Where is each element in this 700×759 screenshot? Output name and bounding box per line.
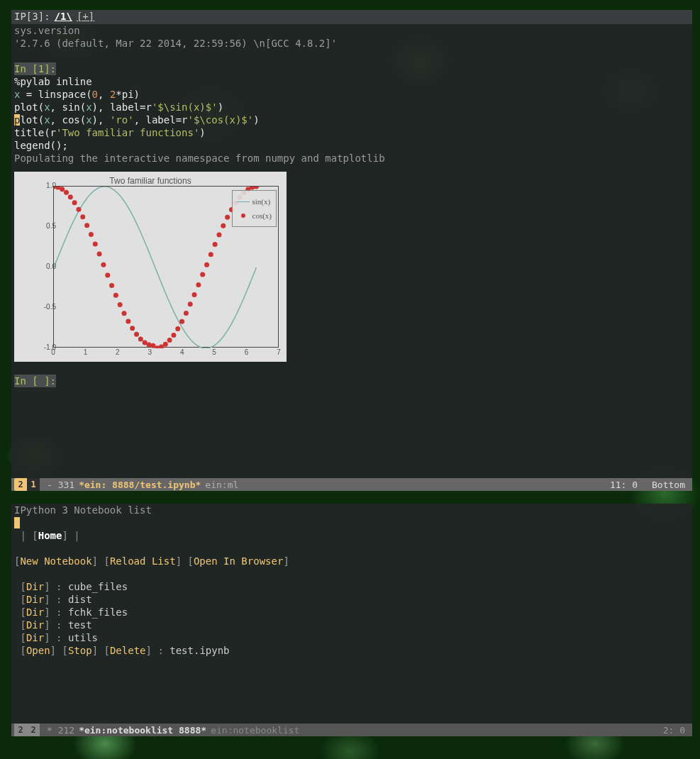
- y-tick: 0.5: [46, 220, 56, 233]
- file-row: [Open] [Stop] [Delete] : test.ipynb: [14, 644, 689, 657]
- svg-point-9: [89, 232, 94, 237]
- svg-point-38: [209, 252, 213, 257]
- svg-point-13: [105, 272, 110, 277]
- nblist-actions: [New Notebook] [Reload List] [Open In Br…: [14, 555, 689, 567]
- dir-link[interactable]: Dir: [26, 632, 44, 643]
- code-area[interactable]: sys.version '2.7.6 (default, Mar 22 2014…: [11, 24, 692, 400]
- x-tick: 5: [212, 346, 216, 359]
- svg-point-10: [93, 242, 98, 247]
- svg-point-35: [196, 282, 201, 287]
- svg-point-11: [97, 251, 102, 256]
- svg-point-21: [138, 336, 143, 341]
- svg-point-34: [192, 292, 197, 297]
- x-tick: 4: [180, 346, 184, 359]
- dir-row: [Dir] : fchk_files: [14, 606, 689, 619]
- x-tick: 1: [84, 346, 88, 359]
- x-tick: 3: [148, 346, 152, 359]
- svg-point-29: [171, 333, 176, 338]
- chart-legend: sin(x) cos(x): [232, 190, 277, 227]
- buffer-position: Bottom: [652, 480, 685, 490]
- svg-point-15: [113, 293, 118, 298]
- code-line: x = linspace(0, 2*pi): [14, 88, 689, 101]
- svg-point-27: [163, 342, 168, 347]
- prev-output-2: '2.7.6 (default, Mar 22 2014, 22:59:56) …: [14, 37, 689, 50]
- svg-point-14: [109, 283, 114, 288]
- tab-prefix: IP[3]:: [14, 11, 50, 23]
- dir-row: [Dir] : test: [14, 619, 689, 631]
- line-col-2: 2: 0: [663, 725, 685, 736]
- x-tick: 7: [277, 346, 281, 359]
- badge-window-2b: 2: [14, 724, 27, 736]
- home-link[interactable]: Home: [38, 530, 62, 541]
- svg-point-4: [68, 194, 73, 199]
- legend-cos: cos(x): [252, 209, 272, 222]
- modeline-prefix-2: * 212: [43, 725, 79, 736]
- notebook-list-area[interactable]: IPython 3 Notebook list | [Home] | [New …: [11, 504, 692, 657]
- svg-point-42: [225, 215, 230, 220]
- svg-point-8: [84, 223, 89, 228]
- cell-output: Populating the interactive namespace fro…: [14, 152, 689, 165]
- file-name: test.ipynb: [170, 645, 229, 656]
- open-in-browser-button[interactable]: Open In Browser: [194, 555, 283, 567]
- dir-link[interactable]: Dir: [26, 619, 44, 631]
- prev-output-1: sys.version: [14, 24, 689, 37]
- svg-point-5: [72, 200, 77, 205]
- new-notebook-button[interactable]: New Notebook: [20, 555, 91, 567]
- svg-point-19: [130, 326, 135, 331]
- dir-row: [Dir] : utils: [14, 631, 689, 644]
- svg-point-32: [184, 311, 189, 316]
- svg-point-33: [188, 301, 193, 306]
- svg-point-31: [179, 319, 184, 324]
- svg-point-36: [200, 272, 205, 277]
- x-tick: 6: [245, 346, 249, 359]
- code-line: legend();: [14, 139, 689, 152]
- svg-point-30: [175, 326, 180, 331]
- x-tick: 0: [51, 346, 55, 359]
- stop-file-button[interactable]: Stop: [68, 645, 92, 656]
- dir-row: [Dir] : dist: [14, 593, 689, 606]
- reload-list-button[interactable]: Reload List: [110, 555, 176, 567]
- svg-point-40: [216, 233, 221, 238]
- code-line-cursor: plot(x, cos(x), 'ro', label=r'$\cos(x)$'…: [14, 113, 689, 126]
- svg-point-3: [64, 190, 69, 195]
- notebook-list-pane: IPython 3 Notebook list | [Home] | [New …: [11, 504, 692, 736]
- delete-file-button[interactable]: Delete: [110, 645, 146, 656]
- dir-link[interactable]: Dir: [26, 594, 44, 605]
- svg-point-12: [101, 262, 106, 267]
- svg-point-28: [167, 338, 172, 343]
- text-cursor-2: [14, 517, 20, 528]
- dir-row: [Dir] : cube_files: [14, 580, 689, 593]
- dir-link[interactable]: Dir: [26, 581, 44, 592]
- svg-point-49: [254, 187, 259, 189]
- buffer-name-2: *ein:notebooklist 8888*: [79, 725, 206, 736]
- modeline-bottom: 2 2 * 212 *ein:notebooklist 8888* ein:no…: [11, 724, 692, 736]
- tab-active[interactable]: /1\: [55, 11, 72, 23]
- cell-prompt-empty: In [ ]:: [14, 375, 56, 387]
- svg-point-18: [126, 319, 130, 324]
- tab-add[interactable]: [+]: [77, 11, 94, 23]
- svg-point-17: [122, 311, 127, 316]
- legend-sin: sin(x): [252, 195, 271, 208]
- modeline-top: 2 1 - 331 *ein: 8888/test.ipynb* ein:ml …: [11, 478, 692, 491]
- y-tick: -0.5: [44, 301, 56, 314]
- code-line: plot(x, sin(x), label=r'$\sin(x)$'): [14, 101, 689, 113]
- svg-point-20: [134, 332, 139, 337]
- badge-window-2: 2: [14, 478, 27, 491]
- tab-bar: IP[3]: /1\ [+]: [11, 10, 692, 24]
- code-line: title(r'Two familiar functions'): [14, 126, 689, 139]
- notebook-pane: IP[3]: /1\ [+] sys.version '2.7.6 (defau…: [11, 10, 692, 491]
- mode-name: ein:ml: [201, 480, 243, 490]
- nblist-header: IPython 3 Notebook list: [14, 504, 689, 516]
- matplotlib-chart: Two familiar functions -1.0-0.50.00.51.0…: [14, 172, 287, 362]
- svg-point-26: [159, 344, 164, 348]
- open-file-button[interactable]: Open: [26, 645, 50, 656]
- y-tick: 1.0: [46, 179, 56, 192]
- svg-point-6: [76, 207, 81, 212]
- badge-window-1: 1: [27, 478, 40, 491]
- modeline-prefix: - 331: [43, 480, 79, 490]
- svg-point-2: [60, 187, 65, 192]
- dir-link[interactable]: Dir: [26, 606, 44, 618]
- svg-point-39: [213, 242, 218, 247]
- cell-prompt-1: In [1]:: [14, 62, 56, 75]
- x-tick: 2: [116, 346, 120, 359]
